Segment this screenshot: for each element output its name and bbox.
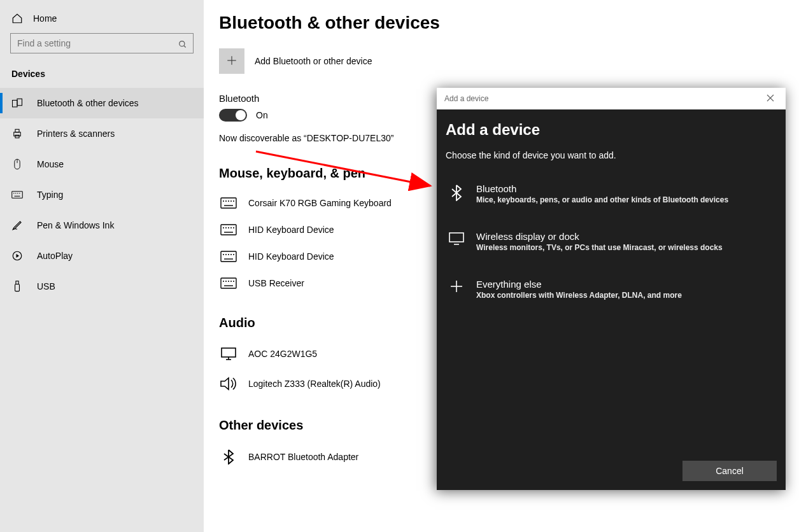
sidebar-item-pen[interactable]: Pen & Windows Ink (0, 210, 204, 241)
keyboard-icon (11, 190, 23, 199)
svg-rect-9 (12, 192, 23, 199)
dialog-titlebar-text: Add a device (444, 94, 488, 103)
add-device-icon-box (219, 48, 244, 74)
sidebar-item-printers[interactable]: Printers & scanners (0, 118, 204, 149)
keyboard-icon (219, 224, 238, 235)
dialog-option-wireless-display[interactable]: Wireless display or dock Wireless monito… (446, 223, 777, 260)
option-subtitle: Wireless monitors, TVs, or PCs that use … (476, 243, 723, 252)
bluetooth-state-label: On (256, 110, 268, 120)
svg-rect-49 (222, 348, 236, 357)
sidebar-item-mouse[interactable]: Mouse (0, 149, 204, 179)
home-icon (11, 13, 23, 24)
sidebar-item-label: Mouse (37, 159, 64, 169)
dialog-close-button[interactable] (763, 91, 778, 106)
mouse-icon (11, 158, 23, 170)
speaker-icon (219, 376, 238, 391)
sidebar-section-header: Devices (0, 62, 204, 88)
device-label: AOC 24G2W1G5 (248, 349, 317, 359)
bluetooth-icon (448, 183, 465, 201)
dialog-option-everything-else[interactable]: Everything else Xbox controllers with Wi… (446, 271, 777, 307)
device-label: HID Keyboard Device (248, 225, 334, 235)
device-label: HID Keyboard Device (248, 251, 334, 262)
close-icon (767, 94, 774, 104)
keyboard-icon (219, 251, 238, 262)
monitor-icon (219, 347, 238, 361)
search-input[interactable] (10, 33, 194, 53)
sidebar-item-label: AutoPlay (37, 251, 73, 261)
device-label: Corsair K70 RGB Gaming Keyboard (248, 198, 392, 208)
device-label: Logitech Z333 (Realtek(R) Audio) (248, 379, 381, 389)
svg-rect-18 (16, 281, 18, 284)
sidebar-item-typing[interactable]: Typing (0, 179, 204, 210)
dialog-option-bluetooth[interactable]: Bluetooth Mice, keyboards, pens, or audi… (446, 176, 777, 212)
search-wrap (0, 31, 204, 62)
svg-rect-35 (221, 251, 236, 262)
sidebar-item-usb[interactable]: USB (0, 271, 204, 302)
svg-rect-42 (221, 278, 236, 288)
bluetooth-toggle[interactable] (219, 109, 247, 122)
device-label: BARROT Bluetooth Adapter (248, 452, 358, 462)
add-device-dialog: Add a device Add a device Choose the kin… (437, 88, 786, 490)
pen-icon (11, 220, 23, 231)
dialog-heading: Add a device (446, 121, 777, 139)
sidebar-item-bluetooth[interactable]: Bluetooth & other devices (0, 88, 204, 118)
keyboard-icon (219, 277, 238, 289)
svg-rect-2 (13, 101, 18, 108)
svg-marker-52 (221, 378, 229, 389)
svg-rect-6 (15, 135, 19, 138)
plus-icon (226, 55, 237, 68)
dialog-cancel-button[interactable]: Cancel (682, 461, 777, 481)
add-device-label: Add Bluetooth or other device (255, 56, 372, 66)
svg-rect-5 (15, 129, 19, 132)
sidebar-item-label: Typing (37, 190, 63, 200)
option-title: Everything else (476, 279, 682, 290)
page-title: Bluetooth & other devices (219, 13, 780, 33)
svg-rect-17 (15, 284, 20, 291)
dialog-subtitle: Choose the kind of device you want to ad… (446, 150, 777, 160)
svg-rect-55 (449, 233, 463, 242)
svg-rect-21 (221, 198, 236, 208)
sidebar-item-label: Bluetooth & other devices (37, 98, 139, 108)
svg-rect-4 (14, 132, 21, 136)
settings-sidebar: Home Devices Bluetooth & other devices P… (0, 0, 204, 532)
sidebar-item-label: Pen & Windows Ink (37, 220, 114, 230)
sidebar-item-autoplay[interactable]: AutoPlay (0, 241, 204, 271)
devices-icon (11, 97, 23, 109)
svg-rect-28 (221, 225, 236, 235)
sidebar-item-label: USB (37, 281, 55, 291)
plus-icon (448, 279, 465, 293)
option-title: Wireless display or dock (476, 231, 723, 242)
option-title: Bluetooth (476, 183, 728, 194)
printer-icon (11, 128, 23, 139)
option-subtitle: Xbox controllers with Wireless Adapter, … (476, 291, 682, 300)
svg-marker-16 (17, 254, 20, 258)
sidebar-item-label: Printers & scanners (37, 129, 115, 139)
monitor-icon (448, 231, 465, 245)
autoplay-icon (11, 250, 23, 262)
dialog-title-bar: Add a device (437, 88, 786, 109)
add-device-button[interactable]: Add Bluetooth or other device (219, 48, 780, 74)
home-label: Home (33, 13, 57, 24)
bluetooth-icon (219, 449, 238, 465)
device-label: USB Receiver (248, 278, 304, 288)
option-subtitle: Mice, keyboards, pens, or audio and othe… (476, 195, 728, 204)
keyboard-icon (219, 197, 238, 209)
svg-rect-3 (17, 99, 22, 106)
usb-icon (11, 281, 23, 292)
home-button[interactable]: Home (0, 8, 204, 31)
